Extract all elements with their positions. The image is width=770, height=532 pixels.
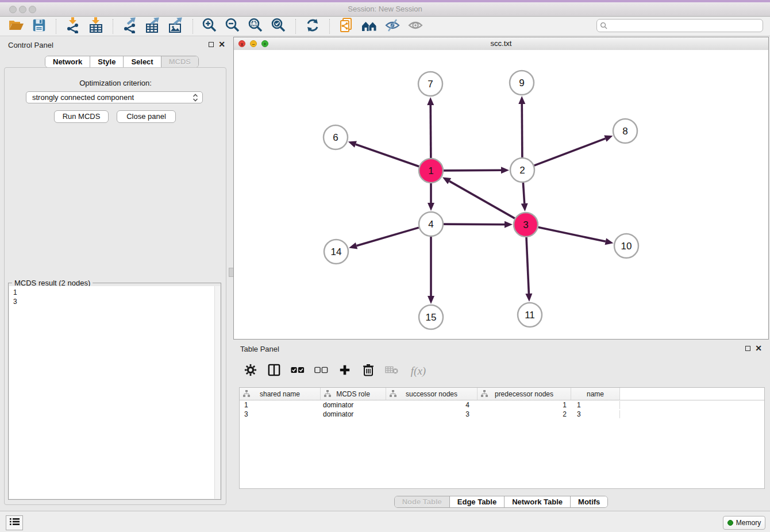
graph-edge-3-11[interactable]: [526, 237, 529, 294]
delete-column-button[interactable]: [361, 364, 375, 378]
status-bar: Memory: [0, 511, 770, 532]
add-column-button[interactable]: [338, 364, 352, 378]
table-cell-shared_name[interactable]: 3: [240, 410, 321, 418]
run-mcds-button[interactable]: Run MCDS: [54, 110, 109, 123]
graph-edge-3-10[interactable]: [538, 228, 606, 242]
table-cell-successor_nodes[interactable]: 3: [386, 410, 478, 418]
graph-edge-2-8[interactable]: [534, 138, 606, 165]
table-cell-predecessor_nodes[interactable]: 1: [478, 401, 571, 409]
graph-node-label-11: 11: [525, 310, 535, 321]
show-column-button[interactable]: [267, 364, 281, 378]
network-window-titlebar[interactable]: x – + scc.txt: [234, 37, 768, 51]
import-network-button[interactable]: [64, 18, 82, 34]
checked-boxes-icon: [291, 366, 305, 376]
table-row[interactable]: 1dominator411: [240, 400, 764, 410]
toolbar-separator: [113, 19, 113, 34]
graph-edge-1-6[interactable]: [356, 144, 419, 167]
column-header-mcds-role[interactable]: MCDS role: [321, 388, 386, 400]
close-panel-icon[interactable]: ✕: [755, 345, 762, 351]
select-stepper-icon: [192, 94, 198, 102]
main-toolbar: [0, 17, 770, 36]
table-cell-shared_name[interactable]: 1: [240, 401, 321, 409]
houses-button[interactable]: [361, 18, 378, 34]
graph-arrowhead: [518, 96, 525, 104]
delete-table-button[interactable]: [385, 364, 399, 378]
memory-button[interactable]: Memory: [723, 516, 765, 530]
optimization-criterion-select[interactable]: strongly connected component: [26, 91, 203, 103]
hierarchy-icon: [324, 390, 331, 399]
tab-select[interactable]: Select: [124, 56, 161, 67]
show-graphics-details-button[interactable]: [407, 18, 424, 34]
graph-edge-1-7[interactable]: [430, 105, 431, 158]
network-canvas[interactable]: 7968124314101511: [234, 50, 768, 339]
settings-gear-button[interactable]: [244, 364, 257, 378]
deselect-all-button[interactable]: [314, 364, 328, 378]
import-table-button[interactable]: [87, 18, 105, 34]
search-input[interactable]: [607, 21, 763, 30]
selected-option: strongly connected component: [26, 93, 192, 102]
table-cell-name[interactable]: 3: [571, 410, 620, 418]
function-builder-button[interactable]: f(x): [409, 364, 428, 378]
tab-mcds[interactable]: MCDS: [161, 56, 198, 67]
search-icon: [600, 22, 607, 29]
tab-node-table[interactable]: Node Table: [395, 496, 450, 507]
graph-node-label-1: 1: [428, 165, 433, 176]
graph-edge-3-1[interactable]: [449, 181, 515, 218]
tab-style[interactable]: Style: [90, 56, 124, 67]
export-network-icon: [122, 17, 138, 36]
table-row[interactable]: 3dominator323: [240, 410, 764, 419]
tab-network-table[interactable]: Network Table: [505, 496, 571, 507]
close-panel-button[interactable]: Close panel: [117, 110, 176, 123]
result-scrollbar[interactable]: [214, 286, 220, 499]
table-cell-successor_nodes[interactable]: 4: [386, 401, 478, 409]
graph-edge-2-9[interactable]: [522, 104, 522, 157]
tab-network[interactable]: Network: [45, 56, 90, 67]
graph-edge-1-2[interactable]: [444, 170, 501, 171]
graph-node-label-8: 8: [622, 126, 627, 137]
table-cell-name[interactable]: 1: [571, 401, 620, 409]
column-header-predecessor-nodes[interactable]: predecessor nodes: [478, 388, 571, 400]
zoom-selected-button[interactable]: [270, 18, 287, 34]
float-panel-icon[interactable]: [209, 42, 214, 47]
select-all-button[interactable]: [291, 364, 305, 378]
graph-edge-2-3[interactable]: [523, 183, 524, 203]
column-header-shared-name[interactable]: shared name: [240, 388, 321, 400]
titlebar: Session: New Session: [0, 2, 770, 17]
column-header-name[interactable]: name: [571, 388, 620, 400]
graph-arrowhead: [604, 136, 613, 142]
tab-edge-table[interactable]: Edge Table: [450, 496, 505, 507]
refresh-layout-button[interactable]: [304, 18, 321, 34]
hide-graphics-details-button[interactable]: [384, 18, 401, 34]
table-cell-mcds_role[interactable]: dominator: [321, 401, 386, 409]
table-cell-mcds_role[interactable]: dominator: [321, 410, 386, 418]
search-box: [596, 19, 763, 32]
document-network-icon: [338, 17, 355, 36]
task-history-button[interactable]: [6, 515, 23, 530]
close-panel-icon[interactable]: ✕: [218, 41, 225, 47]
export-image-button[interactable]: [167, 18, 184, 34]
zoom-out-button[interactable]: [224, 18, 241, 34]
float-panel-icon[interactable]: [745, 346, 750, 351]
graph-arrowhead: [521, 203, 528, 211]
network-from-selection-button[interactable]: [338, 18, 355, 34]
column-header-successor-nodes[interactable]: successor nodes: [386, 388, 478, 400]
graph-node-label-9: 9: [519, 78, 524, 88]
save-session-button[interactable]: [30, 18, 48, 34]
graph-arrowhead: [348, 141, 357, 148]
import-table-icon: [88, 17, 104, 36]
graph-arrowhead: [428, 203, 434, 211]
table-cell-predecessor_nodes[interactable]: 2: [478, 410, 571, 418]
zoom-fit-button[interactable]: [247, 18, 264, 34]
tab-motifs[interactable]: Motifs: [571, 496, 607, 507]
export-table-button[interactable]: [144, 18, 161, 34]
mcds-result-text[interactable]: 1 3: [9, 286, 215, 499]
open-session-button[interactable]: [7, 18, 25, 34]
zoom-in-button[interactable]: [201, 18, 218, 34]
graph-arrowhead: [525, 294, 532, 302]
graph-edge-4-3[interactable]: [444, 224, 505, 225]
magnifier-plus-icon: [202, 17, 218, 36]
graph-edge-4-14[interactable]: [357, 228, 419, 246]
graph-node-label-6: 6: [333, 132, 338, 143]
export-network-button[interactable]: [121, 18, 138, 34]
refresh-arrows-icon: [305, 18, 320, 35]
